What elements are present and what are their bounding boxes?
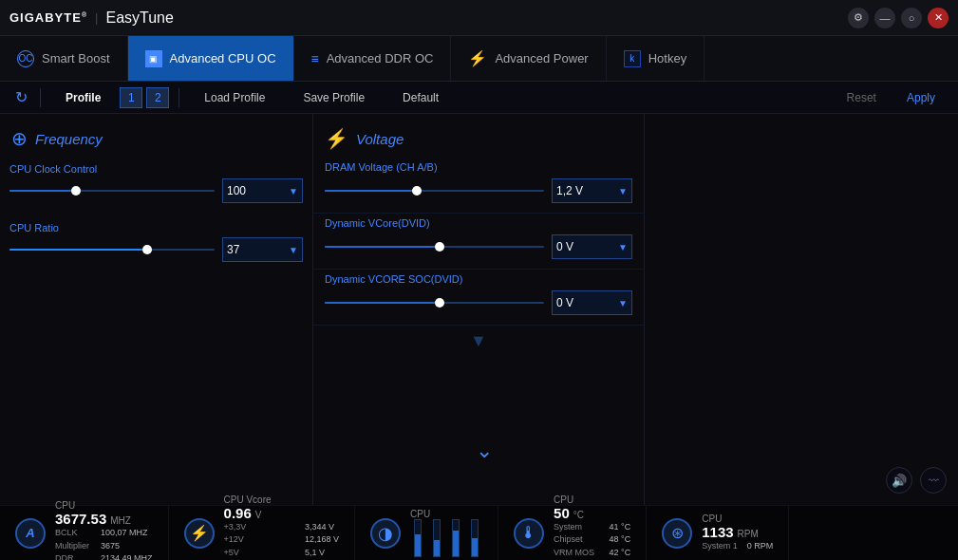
soc-voltage-dropdown[interactable]: 0 V ▼ [552, 290, 632, 315]
minimize-button[interactable]: — [874, 8, 895, 28]
cpu-freq-value: 3677.53 [55, 511, 106, 527]
cpu-clock-track [9, 190, 215, 192]
cpu-vcore-icon: ⚡ [184, 518, 215, 549]
profile-2-button[interactable]: 2 [146, 87, 169, 108]
cpu-fan-sub-labels: System 1 [702, 540, 738, 553]
cpu-freq-details: CPU 3677.53 MHZ BCLKMultiplierDDR 100,07… [55, 500, 153, 560]
advanced-cpu-oc-icon: ▣ [145, 50, 162, 67]
tab-hotkey[interactable]: k Hotkey [607, 36, 704, 81]
cpu-load-details: CPU [410, 509, 482, 557]
apply-button[interactable]: Apply [892, 82, 950, 114]
cpu-ratio-track [9, 249, 215, 251]
maximize-button[interactable]: ○ [901, 8, 922, 28]
cpu-ratio-value: 37 [227, 243, 239, 256]
soc-voltage-label: Dynamic VCORE SOC(DVID) [325, 273, 632, 285]
refresh-button[interactable]: ↻ [8, 84, 34, 111]
cpu-fan-sub-values: 0 RPM [747, 540, 774, 553]
title-icons: ⚙ — ○ ✕ [848, 8, 949, 28]
voltage-section-header: ⚡ Voltage [313, 123, 644, 158]
settings-button[interactable]: ⚙ [848, 8, 869, 28]
soc-track [325, 302, 544, 304]
cpu-ratio-label: CPU Ratio [9, 222, 303, 233]
toolbar-right: Reset Apply [832, 82, 950, 114]
cpu-vcore-sub-labels: +3,3V+12V+5VCPU VCORE SOC [224, 521, 296, 561]
load-bar-1 [414, 519, 422, 557]
dvid-voltage-label: Dynamic VCore(DVID) [325, 217, 632, 229]
dram-thumb[interactable] [412, 186, 422, 196]
cpu-freq-device: CPU [55, 500, 153, 511]
cpu-temp-unit: °C [573, 510, 584, 520]
profile-1-button[interactable]: 1 [120, 87, 142, 108]
audio-controls: 🔊 〰 [886, 467, 947, 494]
cpu-ratio-thumb[interactable] [142, 245, 152, 254]
tab-smart-boost[interactable]: OC Smart Boost [0, 36, 128, 81]
cpu-vcore-unit: V [255, 510, 262, 520]
dvid-voltage-slider[interactable] [325, 240, 544, 253]
cpu-vcore-value: 0.96 [224, 505, 252, 521]
cpu-freq-unit: MHZ [110, 515, 131, 526]
cpu-clock-control: CPU Clock Control 100 ▼ [0, 158, 312, 209]
cpu-temp-sub-labels: SystemChipsetVRM MOSVSOC MOS [554, 521, 600, 561]
cpu-clock-label: CPU Clock Control [9, 163, 303, 175]
toolbar-divider2 [178, 88, 179, 107]
cpu-load-device: CPU [410, 509, 482, 519]
cpu-freq-sub-labels: BCLKMultiplierDDR [55, 527, 89, 560]
wave-button[interactable]: 〰 [920, 467, 947, 494]
soc-fill [325, 302, 435, 304]
soc-thumb[interactable] [435, 298, 444, 308]
cpu-ratio-slider[interactable] [9, 243, 215, 256]
dram-voltage-value: 1,2 V [556, 184, 583, 197]
dvid-voltage-controls: 0 V ▼ [325, 234, 632, 259]
cpu-fan-value: 1133 [702, 524, 733, 540]
cpu-clock-thumb[interactable] [71, 186, 81, 196]
tab-advanced-power[interactable]: ⚡ Advanced Power [451, 36, 606, 81]
tab-advanced-ddr-oc[interactable]: ≡ Advanced DDR OC [294, 36, 452, 81]
cpu-ratio-control: CPU Ratio 37 ▼ [0, 216, 312, 268]
dram-voltage-slider[interactable] [325, 184, 544, 197]
advanced-power-icon: ⚡ [468, 49, 487, 67]
load-bar-3 [452, 519, 460, 557]
dram-arrow: ▼ [618, 186, 628, 196]
cpu-ratio-arrow: ▼ [289, 245, 298, 255]
toolbar-divider [40, 88, 41, 107]
cpu-temp-details: CPU 50 °C SystemChipsetVRM MOSVSOC MOS 4… [554, 495, 630, 561]
speaker-button[interactable]: 🔊 [886, 467, 912, 494]
cpu-clock-fill [9, 190, 71, 192]
cpu-fan-icon: ⊛ [662, 518, 692, 549]
dvid-voltage-dropdown[interactable]: 0 V ▼ [552, 234, 632, 259]
dram-voltage-dropdown[interactable]: 1,2 V ▼ [552, 178, 632, 203]
app-name: EasyTune [105, 9, 173, 27]
cpu-vcore-details: CPU Vcore 0.96 V +3,3V+12V+5VCPU VCORE S… [224, 495, 340, 561]
dvid-track [325, 246, 544, 248]
cpu-ratio-dropdown[interactable]: 37 ▼ [222, 237, 303, 262]
load-bar-4 [471, 519, 479, 557]
close-button[interactable]: ✕ [928, 8, 949, 28]
status-bar: A CPU 3677.53 MHZ BCLKMultiplierDDR 100,… [0, 505, 958, 560]
frequency-title: Frequency [35, 131, 103, 147]
cpu-clock-slider[interactable] [9, 184, 215, 197]
tab-advanced-cpu-oc[interactable]: ▣ Advanced CPU OC [128, 36, 294, 81]
cpu-clock-dropdown[interactable]: 100 ▼ [222, 178, 303, 203]
reset-button[interactable]: Reset [832, 82, 892, 114]
cpu-temp-sub-values: 41 °C48 °C42 °C44 °C [610, 521, 631, 561]
scroll-indicator: ▼ [313, 326, 644, 357]
dvid-fill [325, 246, 435, 248]
dvid-arrow: ▼ [618, 242, 628, 252]
smart-boost-label: Smart Boost [42, 51, 110, 65]
status-cpu-vcore: ⚡ CPU Vcore 0.96 V +3,3V+12V+5VCPU VCORE… [169, 506, 356, 560]
soc-voltage-slider[interactable] [325, 296, 544, 309]
cpu-vcore-sub-values: 3,344 V12,168 V5,1 V0,948 V [305, 521, 339, 561]
scroll-chevron[interactable]: ⌄ [465, 439, 503, 463]
load-profile-button[interactable]: Load Profile [185, 82, 284, 114]
frequency-panel: ⊕ Frequency CPU Clock Control 100 ▼ [0, 114, 313, 505]
smart-boost-icon: OC [17, 50, 34, 67]
cpu-fan-details: CPU 1133 RPM System 1 0 RPM [702, 513, 773, 553]
default-button[interactable]: Default [384, 82, 458, 114]
cpu-clock-input-row: 100 ▼ [9, 178, 303, 203]
cpu-ratio-input-row: 37 ▼ [9, 237, 303, 262]
save-profile-button[interactable]: Save Profile [284, 82, 384, 114]
toolbar: ↻ Profile 1 2 Load Profile Save Profile … [0, 82, 958, 114]
title-bar-left: GIGABYTE® | EasyTune [9, 9, 174, 27]
dvid-thumb[interactable] [435, 242, 444, 252]
profile-label: Profile [47, 82, 120, 114]
